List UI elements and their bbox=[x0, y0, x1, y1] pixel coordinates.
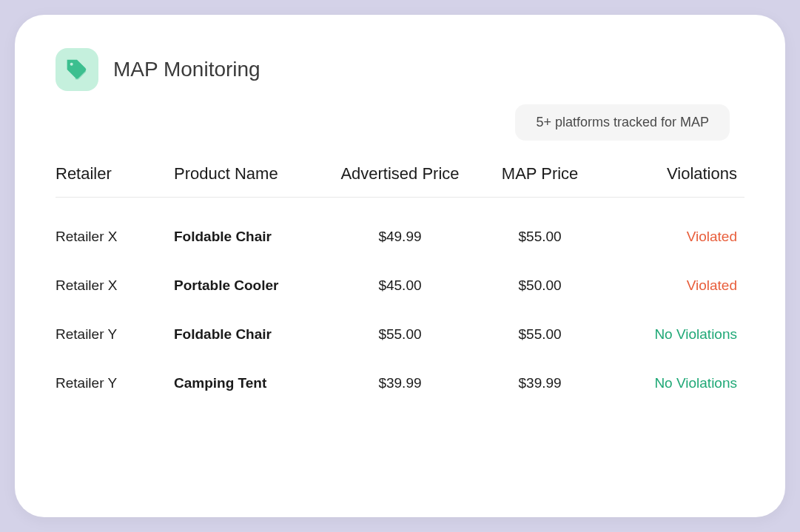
table-body: Retailer X Foldable Chair $49.99 $55.00 … bbox=[56, 198, 744, 408]
table-row: Retailer X Portable Cooler $45.00 $50.00… bbox=[56, 261, 744, 310]
cell-retailer: Retailer Y bbox=[56, 375, 174, 391]
column-header-map: MAP Price bbox=[475, 164, 605, 183]
cell-map-price: $39.99 bbox=[475, 375, 605, 391]
cell-retailer: Retailer X bbox=[56, 277, 174, 294]
cell-product: Foldable Chair bbox=[174, 229, 325, 245]
column-header-retailer: Retailer bbox=[56, 164, 174, 183]
cell-violation-status: No Violations bbox=[605, 326, 744, 343]
cell-product: Portable Cooler bbox=[174, 277, 325, 294]
map-table: Retailer Product Name Advertised Price M… bbox=[56, 164, 744, 408]
map-monitoring-card: MAP Monitoring 5+ platforms tracked for … bbox=[15, 15, 785, 517]
column-header-product: Product Name bbox=[174, 164, 325, 183]
price-tag-icon bbox=[65, 58, 89, 81]
cell-advertised-price: $45.00 bbox=[325, 277, 476, 294]
table-row: Retailer X Foldable Chair $49.99 $55.00 … bbox=[56, 212, 744, 261]
table-row: Retailer Y Camping Tent $39.99 $39.99 No… bbox=[56, 359, 744, 408]
cell-map-price: $55.00 bbox=[475, 326, 605, 343]
cell-advertised-price: $39.99 bbox=[325, 375, 476, 391]
cell-map-price: $50.00 bbox=[475, 277, 605, 294]
cell-product: Foldable Chair bbox=[174, 326, 325, 343]
cell-retailer: Retailer Y bbox=[56, 326, 174, 343]
table-header: Retailer Product Name Advertised Price M… bbox=[56, 164, 744, 198]
cell-map-price: $55.00 bbox=[475, 229, 605, 245]
cell-retailer: Retailer X bbox=[56, 229, 174, 245]
page-title: MAP Monitoring bbox=[113, 58, 260, 81]
card-header: MAP Monitoring bbox=[56, 48, 744, 91]
cell-advertised-price: $55.00 bbox=[325, 326, 476, 343]
cell-violation-status: Violated bbox=[605, 229, 744, 245]
cell-advertised-price: $49.99 bbox=[325, 229, 476, 245]
badge-row: 5+ platforms tracked for MAP bbox=[56, 104, 744, 141]
platforms-tracked-badge: 5+ platforms tracked for MAP bbox=[515, 104, 730, 141]
column-header-violations: Violations bbox=[605, 164, 744, 183]
cell-product: Camping Tent bbox=[174, 375, 325, 391]
cell-violation-status: No Violations bbox=[605, 375, 744, 391]
table-row: Retailer Y Foldable Chair $55.00 $55.00 … bbox=[56, 310, 744, 359]
cell-violation-status: Violated bbox=[605, 277, 744, 294]
svg-point-0 bbox=[70, 63, 73, 66]
price-tag-icon-box bbox=[56, 48, 98, 91]
column-header-price: Advertised Price bbox=[325, 164, 476, 183]
